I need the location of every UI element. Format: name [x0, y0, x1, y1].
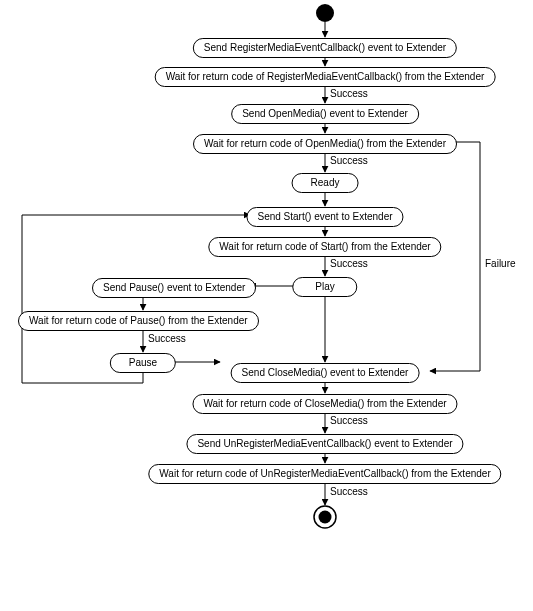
node-pause-send: Send Pause() event to Extender — [92, 278, 256, 298]
node-register-wait: Wait for return code of RegisterMediaEve… — [155, 67, 496, 87]
node-start-wait: Wait for return code of Start() from the… — [208, 237, 441, 257]
node-unreg-wait: Wait for return code of UnRegisterMediaE… — [148, 464, 501, 484]
node-ready: Ready — [292, 173, 359, 193]
initial-state-icon — [316, 4, 334, 22]
edge-label-success-close: Success — [330, 415, 368, 426]
edge-label-success-open: Success — [330, 155, 368, 166]
node-pause-wait: Wait for return code of Pause() from the… — [18, 311, 259, 331]
edge-label-success-unreg: Success — [330, 486, 368, 497]
edge-label-success-register: Success — [330, 88, 368, 99]
final-state-icon — [314, 506, 336, 528]
node-register-send: Send RegisterMediaEventCallback() event … — [193, 38, 457, 58]
diagram-connectors — [0, 0, 533, 611]
edge-label-failure: Failure — [485, 258, 516, 269]
node-close-wait: Wait for return code of CloseMedia() fro… — [192, 394, 457, 414]
edge-label-success-pause: Success — [148, 333, 186, 344]
node-close-send: Send CloseMedia() event to Extender — [231, 363, 420, 383]
svg-point-19 — [319, 511, 332, 524]
node-unreg-send: Send UnRegisterMediaEventCallback() even… — [186, 434, 463, 454]
node-open-send: Send OpenMedia() event to Extender — [231, 104, 419, 124]
node-open-wait: Wait for return code of OpenMedia() from… — [193, 134, 457, 154]
node-start-send: Send Start() event to Extender — [246, 207, 403, 227]
edge-label-success-start: Success — [330, 258, 368, 269]
node-pause: Pause — [110, 353, 176, 373]
svg-point-0 — [316, 4, 334, 22]
node-play: Play — [292, 277, 357, 297]
